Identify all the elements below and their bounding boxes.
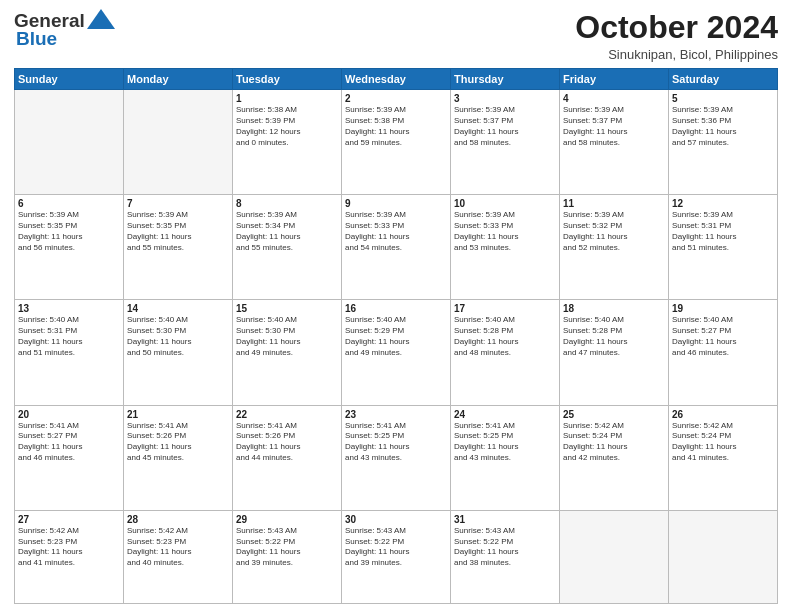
day-number: 28 — [127, 514, 229, 525]
day-info: Sunrise: 5:40 AM Sunset: 5:29 PM Dayligh… — [345, 315, 447, 358]
logo: General Blue — [14, 10, 115, 50]
table-row — [669, 510, 778, 603]
day-number: 27 — [18, 514, 120, 525]
table-row: 27Sunrise: 5:42 AM Sunset: 5:23 PM Dayli… — [15, 510, 124, 603]
day-number: 1 — [236, 93, 338, 104]
table-row: 7Sunrise: 5:39 AM Sunset: 5:35 PM Daylig… — [124, 195, 233, 300]
day-number: 30 — [345, 514, 447, 525]
day-number: 15 — [236, 303, 338, 314]
day-number: 8 — [236, 198, 338, 209]
day-info: Sunrise: 5:42 AM Sunset: 5:24 PM Dayligh… — [563, 421, 665, 464]
day-info: Sunrise: 5:43 AM Sunset: 5:22 PM Dayligh… — [236, 526, 338, 569]
day-number: 20 — [18, 409, 120, 420]
logo-blue: Blue — [16, 28, 57, 50]
day-number: 6 — [18, 198, 120, 209]
day-info: Sunrise: 5:40 AM Sunset: 5:31 PM Dayligh… — [18, 315, 120, 358]
day-info: Sunrise: 5:38 AM Sunset: 5:39 PM Dayligh… — [236, 105, 338, 148]
table-row — [124, 90, 233, 195]
table-row: 25Sunrise: 5:42 AM Sunset: 5:24 PM Dayli… — [560, 405, 669, 510]
day-info: Sunrise: 5:39 AM Sunset: 5:37 PM Dayligh… — [563, 105, 665, 148]
title-block: October 2024 Sinuknipan, Bicol, Philippi… — [575, 10, 778, 62]
day-info: Sunrise: 5:43 AM Sunset: 5:22 PM Dayligh… — [345, 526, 447, 569]
day-number: 16 — [345, 303, 447, 314]
month-title: October 2024 — [575, 10, 778, 45]
header-monday: Monday — [124, 69, 233, 90]
day-number: 18 — [563, 303, 665, 314]
logo-icon — [87, 9, 115, 29]
day-info: Sunrise: 5:39 AM Sunset: 5:31 PM Dayligh… — [672, 210, 774, 253]
day-number: 11 — [563, 198, 665, 209]
day-info: Sunrise: 5:39 AM Sunset: 5:38 PM Dayligh… — [345, 105, 447, 148]
calendar-week-row: 1Sunrise: 5:38 AM Sunset: 5:39 PM Daylig… — [15, 90, 778, 195]
table-row: 16Sunrise: 5:40 AM Sunset: 5:29 PM Dayli… — [342, 300, 451, 405]
day-info: Sunrise: 5:41 AM Sunset: 5:26 PM Dayligh… — [236, 421, 338, 464]
day-info: Sunrise: 5:43 AM Sunset: 5:22 PM Dayligh… — [454, 526, 556, 569]
table-row: 8Sunrise: 5:39 AM Sunset: 5:34 PM Daylig… — [233, 195, 342, 300]
header-wednesday: Wednesday — [342, 69, 451, 90]
table-row: 31Sunrise: 5:43 AM Sunset: 5:22 PM Dayli… — [451, 510, 560, 603]
table-row: 29Sunrise: 5:43 AM Sunset: 5:22 PM Dayli… — [233, 510, 342, 603]
calendar-header-row: Sunday Monday Tuesday Wednesday Thursday… — [15, 69, 778, 90]
day-number: 2 — [345, 93, 447, 104]
header-tuesday: Tuesday — [233, 69, 342, 90]
table-row: 30Sunrise: 5:43 AM Sunset: 5:22 PM Dayli… — [342, 510, 451, 603]
table-row: 6Sunrise: 5:39 AM Sunset: 5:35 PM Daylig… — [15, 195, 124, 300]
day-number: 19 — [672, 303, 774, 314]
day-info: Sunrise: 5:40 AM Sunset: 5:27 PM Dayligh… — [672, 315, 774, 358]
day-number: 9 — [345, 198, 447, 209]
day-number: 23 — [345, 409, 447, 420]
table-row: 17Sunrise: 5:40 AM Sunset: 5:28 PM Dayli… — [451, 300, 560, 405]
table-row: 9Sunrise: 5:39 AM Sunset: 5:33 PM Daylig… — [342, 195, 451, 300]
day-info: Sunrise: 5:41 AM Sunset: 5:27 PM Dayligh… — [18, 421, 120, 464]
header-sunday: Sunday — [15, 69, 124, 90]
table-row: 24Sunrise: 5:41 AM Sunset: 5:25 PM Dayli… — [451, 405, 560, 510]
day-number: 4 — [563, 93, 665, 104]
day-info: Sunrise: 5:41 AM Sunset: 5:26 PM Dayligh… — [127, 421, 229, 464]
day-info: Sunrise: 5:42 AM Sunset: 5:24 PM Dayligh… — [672, 421, 774, 464]
day-info: Sunrise: 5:40 AM Sunset: 5:28 PM Dayligh… — [563, 315, 665, 358]
day-number: 25 — [563, 409, 665, 420]
day-info: Sunrise: 5:39 AM Sunset: 5:35 PM Dayligh… — [18, 210, 120, 253]
table-row: 10Sunrise: 5:39 AM Sunset: 5:33 PM Dayli… — [451, 195, 560, 300]
table-row: 28Sunrise: 5:42 AM Sunset: 5:23 PM Dayli… — [124, 510, 233, 603]
table-row: 19Sunrise: 5:40 AM Sunset: 5:27 PM Dayli… — [669, 300, 778, 405]
day-info: Sunrise: 5:40 AM Sunset: 5:30 PM Dayligh… — [236, 315, 338, 358]
svg-marker-0 — [87, 9, 115, 29]
day-number: 12 — [672, 198, 774, 209]
day-info: Sunrise: 5:39 AM Sunset: 5:35 PM Dayligh… — [127, 210, 229, 253]
table-row: 1Sunrise: 5:38 AM Sunset: 5:39 PM Daylig… — [233, 90, 342, 195]
day-info: Sunrise: 5:42 AM Sunset: 5:23 PM Dayligh… — [127, 526, 229, 569]
day-number: 24 — [454, 409, 556, 420]
table-row: 13Sunrise: 5:40 AM Sunset: 5:31 PM Dayli… — [15, 300, 124, 405]
table-row: 21Sunrise: 5:41 AM Sunset: 5:26 PM Dayli… — [124, 405, 233, 510]
table-row — [15, 90, 124, 195]
day-number: 10 — [454, 198, 556, 209]
header: General Blue October 2024 Sinuknipan, Bi… — [14, 10, 778, 62]
location: Sinuknipan, Bicol, Philippines — [575, 47, 778, 62]
calendar-week-row: 6Sunrise: 5:39 AM Sunset: 5:35 PM Daylig… — [15, 195, 778, 300]
day-info: Sunrise: 5:41 AM Sunset: 5:25 PM Dayligh… — [345, 421, 447, 464]
table-row: 5Sunrise: 5:39 AM Sunset: 5:36 PM Daylig… — [669, 90, 778, 195]
calendar-table: Sunday Monday Tuesday Wednesday Thursday… — [14, 68, 778, 604]
day-info: Sunrise: 5:40 AM Sunset: 5:30 PM Dayligh… — [127, 315, 229, 358]
table-row: 23Sunrise: 5:41 AM Sunset: 5:25 PM Dayli… — [342, 405, 451, 510]
table-row: 15Sunrise: 5:40 AM Sunset: 5:30 PM Dayli… — [233, 300, 342, 405]
table-row: 18Sunrise: 5:40 AM Sunset: 5:28 PM Dayli… — [560, 300, 669, 405]
calendar-week-row: 20Sunrise: 5:41 AM Sunset: 5:27 PM Dayli… — [15, 405, 778, 510]
day-number: 29 — [236, 514, 338, 525]
day-number: 17 — [454, 303, 556, 314]
day-info: Sunrise: 5:39 AM Sunset: 5:37 PM Dayligh… — [454, 105, 556, 148]
day-info: Sunrise: 5:39 AM Sunset: 5:33 PM Dayligh… — [454, 210, 556, 253]
day-info: Sunrise: 5:39 AM Sunset: 5:36 PM Dayligh… — [672, 105, 774, 148]
day-info: Sunrise: 5:39 AM Sunset: 5:34 PM Dayligh… — [236, 210, 338, 253]
table-row: 14Sunrise: 5:40 AM Sunset: 5:30 PM Dayli… — [124, 300, 233, 405]
day-number: 5 — [672, 93, 774, 104]
day-info: Sunrise: 5:40 AM Sunset: 5:28 PM Dayligh… — [454, 315, 556, 358]
table-row: 20Sunrise: 5:41 AM Sunset: 5:27 PM Dayli… — [15, 405, 124, 510]
day-number: 14 — [127, 303, 229, 314]
day-info: Sunrise: 5:41 AM Sunset: 5:25 PM Dayligh… — [454, 421, 556, 464]
table-row: 11Sunrise: 5:39 AM Sunset: 5:32 PM Dayli… — [560, 195, 669, 300]
table-row: 12Sunrise: 5:39 AM Sunset: 5:31 PM Dayli… — [669, 195, 778, 300]
table-row — [560, 510, 669, 603]
day-number: 13 — [18, 303, 120, 314]
